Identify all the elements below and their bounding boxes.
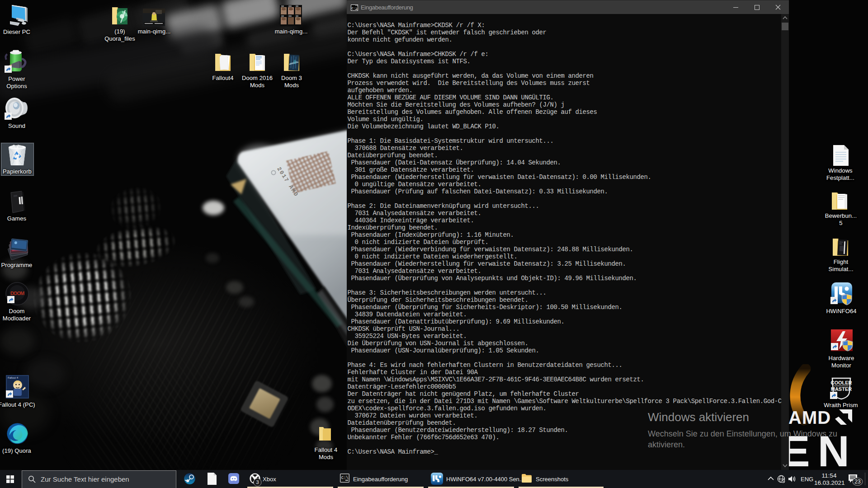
svg-text:23: 23 — [854, 479, 861, 485]
svg-text:Fallout 4: Fallout 4 — [8, 376, 19, 379]
svg-text:MASTER: MASTER — [831, 386, 852, 392]
svg-text:COOLER: COOLER — [830, 380, 852, 385]
svg-text:3: 3 — [256, 479, 259, 485]
svg-text:C:\: C:\ — [341, 476, 349, 480]
svg-text:DOOM: DOOM — [10, 291, 24, 296]
